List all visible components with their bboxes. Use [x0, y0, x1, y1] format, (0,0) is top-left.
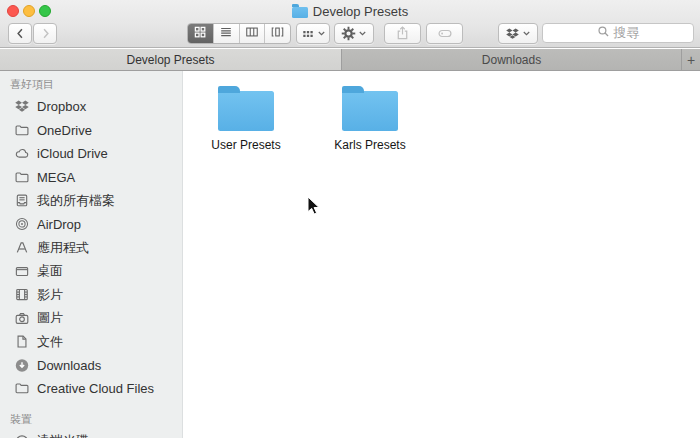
arrange-button[interactable] [296, 23, 330, 44]
applications-icon [13, 240, 30, 255]
folder-icon [13, 381, 30, 396]
folder-item-user-presets[interactable]: User Presets [208, 83, 284, 152]
sidebar-item-label: 桌面 [37, 262, 63, 280]
window-title: Develop Presets [313, 4, 408, 19]
mouse-cursor [307, 196, 320, 215]
folder-proxy-icon [292, 7, 308, 18]
chevron-down-icon [317, 29, 326, 38]
column-view-button[interactable] [240, 24, 266, 43]
tab-bar: Develop PresetsDownloads + [0, 49, 700, 71]
list-view-icon [219, 25, 233, 43]
icon-view-icon [193, 25, 207, 43]
folder-grid: User PresetsKarls Presets [183, 71, 700, 438]
sidebar-item-label: OneDrive [37, 123, 92, 138]
sidebar-item-all-my-files[interactable]: 我的所有檔案 [0, 189, 182, 213]
sidebar-section-title: 裝置 [0, 412, 182, 427]
gear-icon [341, 26, 356, 41]
sidebar-item-label: Creative Cloud Files [37, 381, 154, 396]
window-content: 喜好項目DropboxOneDriveiCloud DriveMEGA我的所有檔… [0, 71, 700, 438]
disc-icon [13, 434, 30, 438]
window-header: Develop Presets [0, 0, 700, 48]
search-input[interactable]: 搜尋 [542, 23, 694, 43]
desktop-icon [13, 264, 30, 279]
search-placeholder: 搜尋 [614, 24, 640, 42]
movies-icon [13, 287, 30, 302]
plus-icon: + [687, 53, 695, 67]
chevron-down-icon [358, 29, 367, 38]
sidebar-item-label: Dropbox [37, 99, 86, 114]
folder-label: Karls Presets [332, 138, 408, 152]
folder-item-karls-presets[interactable]: Karls Presets [332, 83, 408, 152]
tab-label: Downloads [482, 53, 541, 67]
sidebar-item-label: AirDrop [37, 217, 81, 232]
folder-icon [342, 91, 398, 131]
sidebar-item-airdrop[interactable]: AirDrop [0, 213, 182, 237]
tab-downloads[interactable]: Downloads [342, 49, 682, 70]
sidebar-item-dropbox[interactable]: Dropbox [0, 95, 182, 119]
sidebar-section-title: 喜好項目 [0, 77, 182, 92]
list-view-button[interactable] [214, 24, 240, 43]
pictures-icon [13, 311, 30, 326]
window-title-area: Develop Presets [0, 2, 700, 20]
tag-icon [437, 26, 453, 41]
new-tab-button[interactable]: + [682, 49, 700, 70]
all-files-icon [13, 193, 30, 208]
tab-develop-presets[interactable]: Develop Presets [0, 49, 342, 70]
document-icon [13, 334, 30, 349]
sidebar-item-label: 我的所有檔案 [37, 192, 115, 210]
tag-button[interactable] [426, 23, 463, 44]
back-chevron-icon [13, 26, 28, 41]
share-icon [395, 26, 410, 41]
folder-icon [218, 91, 274, 131]
sidebar-item-remote-disc[interactable]: 遠端光碟 [0, 430, 182, 438]
back-button[interactable] [8, 23, 32, 44]
folder-label: User Presets [208, 138, 284, 152]
sidebar-item-label: 遠端光碟 [37, 432, 89, 438]
airdrop-icon [13, 217, 30, 232]
action-menu-button[interactable] [334, 23, 374, 44]
search-icon [597, 25, 610, 41]
coverflow-view-button[interactable] [265, 24, 290, 43]
sidebar-item-label: Downloads [37, 358, 101, 373]
folder-icon [13, 170, 30, 185]
sidebar-item-documents[interactable]: 文件 [0, 330, 182, 354]
sidebar-item-applications[interactable]: 應用程式 [0, 236, 182, 260]
downloads-icon [13, 358, 30, 373]
dropbox-toolbar-button[interactable] [498, 23, 538, 44]
sidebar-item-label: iCloud Drive [37, 146, 108, 161]
chevron-down-icon [522, 29, 531, 38]
sidebar-item-movies[interactable]: 影片 [0, 283, 182, 307]
sidebar-item-label: 影片 [37, 286, 63, 304]
dropbox-icon [505, 27, 520, 41]
forward-button[interactable] [33, 23, 57, 44]
tab-label: Develop Presets [126, 53, 214, 67]
sidebar-item-label: 文件 [37, 333, 63, 351]
sidebar-item-creative-cloud-files[interactable]: Creative Cloud Files [0, 377, 182, 401]
sidebar-item-icloud-drive[interactable]: iCloud Drive [0, 142, 182, 166]
sidebar-item-label: 應用程式 [37, 239, 89, 257]
arrange-grid-icon [301, 27, 315, 41]
sidebar-item-desktop[interactable]: 桌面 [0, 260, 182, 284]
cloud-icon [13, 146, 30, 161]
view-mode-segmented-control [187, 23, 291, 44]
column-view-icon [245, 25, 259, 43]
folder-icon [13, 123, 30, 138]
sidebar-item-pictures[interactable]: 圖片 [0, 307, 182, 331]
toolbar: 搜尋 [0, 22, 700, 47]
sidebar-item-onedrive[interactable]: OneDrive [0, 119, 182, 143]
share-button[interactable] [384, 23, 421, 44]
coverflow-view-icon [270, 25, 285, 43]
sidebar-section-gap [0, 401, 182, 409]
sidebar: 喜好項目DropboxOneDriveiCloud DriveMEGA我的所有檔… [0, 71, 183, 438]
sidebar-item-mega[interactable]: MEGA [0, 166, 182, 190]
icon-view-button[interactable] [188, 24, 214, 43]
finder-window: Develop Presets [0, 0, 700, 438]
sidebar-item-label: MEGA [37, 170, 75, 185]
dropbox-icon [13, 99, 30, 114]
sidebar-item-downloads[interactable]: Downloads [0, 354, 182, 378]
forward-chevron-icon [38, 26, 53, 41]
sidebar-item-label: 圖片 [37, 309, 63, 327]
